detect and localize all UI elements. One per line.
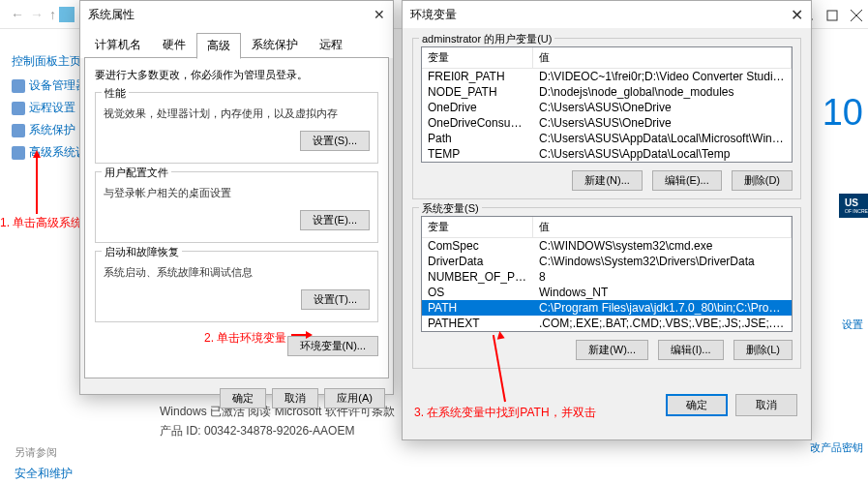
group-text: 视觉效果，处理器计划，内存使用，以及虚拟内存: [104, 106, 370, 121]
tab-computer-name[interactable]: 计算机名: [84, 32, 152, 58]
col-var[interactable]: 变量: [422, 217, 533, 237]
tab-protection[interactable]: 系统保护: [241, 32, 309, 58]
envvars-button[interactable]: 环境变量(N)...: [287, 336, 378, 356]
cancel-button[interactable]: 取消: [272, 388, 318, 408]
tab-remote[interactable]: 远程: [309, 32, 353, 58]
dlg1-message: 要进行大多数更改，你必须作为管理员登录。: [95, 68, 378, 82]
table-head: 变量 值: [422, 47, 792, 69]
sys-vars-body: ComSpecC:\WINDOWS\system32\cmd.exeDriver…: [422, 238, 792, 332]
col-val[interactable]: 值: [533, 47, 792, 68]
delete-sys-button[interactable]: 删除(L): [733, 340, 793, 360]
cell-val: .COM;.EXE;.BAT;.CMD;.VBS;.VBE;.JS;.JSE;.…: [533, 316, 792, 331]
cell-val: C:\Users\ASUS\AppData\Local\Microsoft\Wi…: [533, 131, 792, 146]
cell-var: DriverData: [422, 254, 533, 269]
sys-group-title: 系统变量(S): [419, 201, 482, 216]
delete-user-button[interactable]: 删除(D): [732, 170, 793, 191]
user-btns: 新建(N)... 编辑(E)... 删除(D): [421, 170, 793, 191]
see-also-title: 另请参阅: [15, 445, 73, 460]
table-row[interactable]: OneDriveC:\Users\ASUS\OneDrive: [422, 100, 792, 115]
col-val[interactable]: 值: [533, 217, 792, 237]
shield-icon: [12, 102, 25, 115]
cell-var: PATHEXT: [422, 316, 533, 331]
new-user-button[interactable]: 新建(N)...: [572, 170, 642, 191]
edit-sys-button[interactable]: 编辑(I)...: [658, 340, 724, 360]
table-row[interactable]: PathC:\Users\ASUS\AppData\Local\Microsof…: [422, 131, 792, 146]
group-performance: 性能 视觉效果，处理器计划，内存使用，以及虚拟内存 设置(S)...: [95, 92, 378, 164]
user-vars-group: adminstrator 的用户变量(U) 变量 值 FREI0R_PATHD:…: [412, 38, 801, 199]
cell-var: PATH: [422, 300, 533, 316]
table-row[interactable]: DriverDataC:\Windows\System32\Drivers\Dr…: [422, 254, 792, 269]
see-also-link[interactable]: 安全和维护: [15, 466, 73, 482]
annotation-2: 2. 单击环境变量: [204, 330, 286, 347]
cell-val: 8: [533, 269, 792, 285]
maximize-icon[interactable]: [826, 10, 838, 21]
table-row[interactable]: PATHC:\Program Files\java\jdk1.7.0_80\bi…: [422, 300, 792, 316]
cell-val: C:\Users\ASUS\OneDrive: [533, 100, 792, 115]
annotation-arrow-1: [35, 150, 39, 213]
cell-val: Windows_NT: [533, 285, 792, 300]
annotation-arrow-3: [504, 334, 506, 402]
table-row[interactable]: OSWindows_NT: [422, 285, 792, 300]
right-link-key[interactable]: 改产品密钥: [810, 440, 863, 455]
nav-up-icon[interactable]: ↑: [49, 7, 56, 22]
group-userprofile: 用户配置文件 与登录帐户相关的桌面设置 设置(E)...: [95, 171, 378, 243]
dlg2-titlebar: 环境变量 ✕: [403, 1, 811, 28]
user-group-title: adminstrator 的用户变量(U): [419, 32, 554, 46]
cell-var: NODE_PATH: [422, 84, 533, 100]
nav-back-icon[interactable]: ←: [11, 7, 24, 22]
dlg1-tabs: 计算机名 硬件 高级 系统保护 远程: [80, 28, 393, 58]
group-text: 系统启动、系统故障和调试信息: [104, 265, 370, 280]
edit-user-button[interactable]: 编辑(E)...: [652, 170, 722, 191]
ok-button[interactable]: 确定: [220, 388, 266, 408]
table-row[interactable]: OneDriveConsumerC:\Users\ASUS\OneDrive: [422, 115, 792, 131]
cancel-button[interactable]: 取消: [735, 394, 797, 416]
nav-fwd-icon: →: [30, 7, 44, 22]
ok-button[interactable]: 确定: [666, 394, 728, 416]
sidebar-label: 远程设置: [29, 100, 75, 116]
table-row[interactable]: PATHEXT.COM;.EXE;.BAT;.CMD;.VBS;.VBE;.JS…: [422, 316, 792, 331]
cell-val: D:\nodejs\node_global\node_modules: [533, 84, 792, 100]
new-sys-button[interactable]: 新建(W)...: [576, 340, 648, 360]
cell-val: C:\Users\ASUS\AppData\Local\Temp: [533, 162, 792, 163]
close-icon[interactable]: [851, 10, 862, 21]
table-row[interactable]: TMPC:\Users\ASUS\AppData\Local\Temp: [422, 162, 792, 163]
settings-profile-button[interactable]: 设置(E)...: [300, 210, 370, 230]
system-properties-dialog: 系统属性 ✕ 计算机名 硬件 高级 系统保护 远程 要进行大多数更改，你必须作为…: [79, 0, 394, 395]
annotation-arrow-2: [291, 334, 307, 336]
table-row[interactable]: NODE_PATHD:\nodejs\node_global\node_modu…: [422, 84, 792, 100]
table-row[interactable]: TEMPC:\Users\ASUS\AppData\Local\Temp: [422, 146, 792, 162]
sys-vars-table[interactable]: 变量 值 ComSpecC:\WINDOWS\system32\cmd.exeD…: [421, 216, 793, 332]
table-row[interactable]: FREI0R_PATHD:\VIDEOC~1\frei0r;D:\Video C…: [422, 69, 792, 84]
close-icon[interactable]: ✕: [374, 7, 385, 22]
dlg1-title-text: 系统属性: [88, 7, 135, 23]
table-row[interactable]: NUMBER_OF_PROCESSORS8: [422, 269, 792, 285]
cell-var: ComSpec: [422, 238, 533, 254]
settings-perf-button[interactable]: 设置(S)...: [300, 131, 370, 151]
cell-var: OneDrive: [422, 100, 533, 115]
group-startup: 启动和故障恢复 系统启动、系统故障和调试信息 设置(T)...: [95, 251, 378, 322]
dlg1-titlebar: 系统属性 ✕: [80, 1, 393, 28]
dlg2-title-text: 环境变量: [410, 7, 457, 23]
right-link-settings[interactable]: 设置: [842, 318, 863, 332]
cell-val: D:\VIDEOC~1\frei0r;D:\Video Converter St…: [533, 69, 792, 84]
table-row[interactable]: ComSpecC:\WINDOWS\system32\cmd.exe: [422, 238, 792, 254]
settings-startup-button[interactable]: 设置(T)...: [301, 289, 370, 310]
user-vars-table[interactable]: 变量 值 FREI0R_PATHD:\VIDEOC~1\frei0r;D:\Vi…: [421, 46, 793, 163]
table-row[interactable]: PROCESSOR_ARCHITECT...AMD64: [422, 331, 792, 332]
envvars-dialog: 环境变量 ✕ adminstrator 的用户变量(U) 变量 值 FREI0R…: [402, 0, 812, 440]
tab-hardware[interactable]: 硬件: [152, 32, 196, 58]
group-title: 性能: [102, 86, 129, 101]
tab-advanced[interactable]: 高级: [196, 33, 241, 59]
shield-icon: [12, 79, 25, 93]
close-icon[interactable]: ✕: [791, 6, 803, 24]
cell-var: OS: [422, 285, 533, 300]
apply-button[interactable]: 应用(A): [324, 388, 385, 408]
sys-vars-group: 系统变量(S) 变量 值 ComSpecC:\WINDOWS\system32\…: [412, 207, 801, 369]
annotation-3: 3. 在系统变量中找到PATH，并双击: [414, 405, 596, 421]
col-var[interactable]: 变量: [422, 47, 533, 68]
group-title: 用户配置文件: [102, 166, 171, 180]
cell-var: Path: [422, 131, 533, 146]
table-head: 变量 值: [422, 217, 792, 238]
sidebar-label: 系统保护: [29, 122, 75, 138]
cell-val: C:\Users\ASUS\AppData\Local\Temp: [533, 146, 792, 162]
